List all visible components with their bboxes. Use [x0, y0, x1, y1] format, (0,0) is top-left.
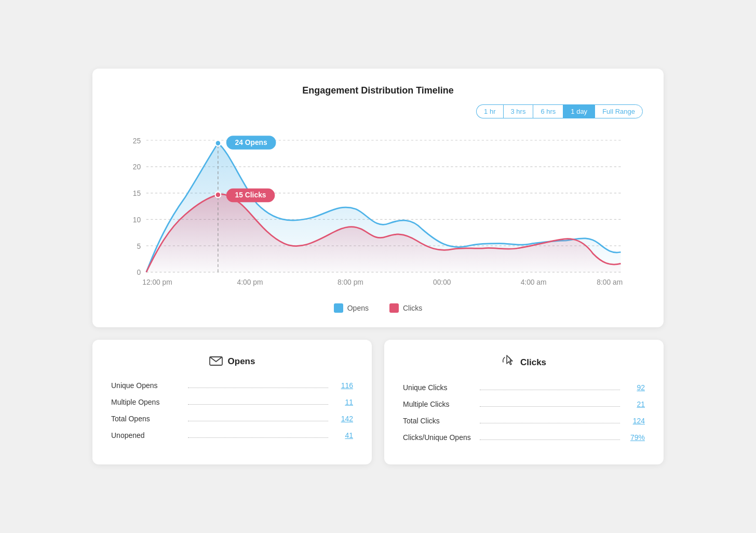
opens-stat-value-2[interactable]: 142 — [332, 415, 353, 423]
clicks-stat-dots-2 — [480, 418, 620, 423]
svg-text:8:00 pm: 8:00 pm — [338, 278, 363, 286]
clicks-stat-label-1: Multiple Clicks — [403, 400, 476, 408]
clicks-icon — [502, 354, 515, 371]
opens-stat-value-3[interactable]: 41 — [332, 431, 353, 439]
svg-text:12:00 pm: 12:00 pm — [142, 278, 172, 286]
legend-clicks: Clicks — [389, 303, 422, 313]
time-range-buttons: 1 hr 3 hrs 6 hrs 1 day Full Range — [113, 104, 643, 118]
clicks-stat-value-1[interactable]: 21 — [624, 400, 645, 408]
clicks-card-title: Clicks — [520, 357, 546, 368]
opens-card-title: Opens — [228, 356, 255, 367]
opens-card: Opens Unique Opens 116 Multiple Opens 11… — [92, 340, 372, 464]
opens-stat-value-1[interactable]: 11 — [332, 398, 353, 406]
svg-text:20: 20 — [133, 163, 141, 171]
opens-stat-row-1: Multiple Opens 11 — [111, 398, 353, 406]
clicks-stat-label-0: Unique Clicks — [403, 383, 476, 392]
time-btn-1hr[interactable]: 1 hr — [476, 104, 503, 118]
clicks-legend-label: Clicks — [403, 304, 422, 312]
clicks-stat-value-2[interactable]: 124 — [624, 417, 645, 425]
clicks-legend-icon — [389, 303, 399, 313]
bottom-row: Opens Unique Opens 116 Multiple Opens 11… — [92, 340, 664, 464]
time-btn-fullrange[interactable]: Full Range — [595, 104, 643, 118]
svg-text:00:00: 00:00 — [433, 278, 451, 286]
clicks-stat-label-2: Total Clicks — [403, 417, 476, 425]
opens-legend-label: Opens — [347, 304, 369, 312]
opens-stat-dots-3 — [188, 433, 328, 438]
main-container: Engagement Distribution Timeline 1 hr 3 … — [92, 69, 664, 464]
clicks-stat-row-1: Multiple Clicks 21 — [403, 400, 645, 408]
svg-text:4:00 am: 4:00 am — [521, 278, 547, 286]
svg-text:4:00 pm: 4:00 pm — [237, 278, 263, 286]
svg-text:24 Opens: 24 Opens — [235, 138, 267, 146]
svg-point-21 — [215, 140, 221, 146]
chart-area: 25 20 15 10 5 0 12:00 pm 4:00 pm 8:00 pm… — [113, 129, 643, 295]
svg-text:5: 5 — [137, 242, 141, 250]
opens-stat-label-1: Multiple Opens — [111, 398, 184, 406]
svg-point-24 — [215, 192, 221, 197]
time-btn-6hrs[interactable]: 6 hrs — [533, 104, 563, 118]
legend-opens: Opens — [334, 303, 369, 313]
clicks-card-header: Clicks — [403, 354, 645, 371]
svg-text:25: 25 — [133, 136, 141, 144]
clicks-stat-value-3[interactable]: 79% — [624, 433, 645, 442]
svg-text:8:00 am: 8:00 am — [597, 278, 623, 286]
clicks-card: Clicks Unique Clicks 92 Multiple Clicks … — [384, 340, 664, 464]
clicks-stat-row-3: Clicks/Unique Opens 79% — [403, 433, 645, 442]
opens-stat-value-0[interactable]: 116 — [332, 381, 353, 390]
opens-stat-label-0: Unique Opens — [111, 381, 184, 390]
clicks-stat-label-3: Clicks/Unique Opens — [403, 433, 476, 442]
opens-stat-row-3: Unopened 41 — [111, 431, 353, 439]
svg-text:15 Clicks: 15 Clicks — [235, 191, 266, 199]
chart-card: Engagement Distribution Timeline 1 hr 3 … — [92, 69, 664, 327]
chart-title: Engagement Distribution Timeline — [113, 85, 643, 96]
opens-rows: Unique Opens 116 Multiple Opens 11 Total… — [111, 381, 353, 439]
opens-card-header: Opens — [111, 354, 353, 369]
clicks-stat-row-2: Total Clicks 124 — [403, 417, 645, 425]
clicks-rows: Unique Clicks 92 Multiple Clicks 21 Tota… — [403, 383, 645, 442]
chart-legend: Opens Clicks — [113, 303, 643, 313]
time-btn-3hrs[interactable]: 3 hrs — [503, 104, 533, 118]
opens-legend-icon — [334, 303, 343, 313]
opens-stat-dots-0 — [188, 383, 328, 388]
opens-stat-dots-2 — [188, 416, 328, 421]
svg-text:10: 10 — [133, 216, 141, 224]
svg-text:15: 15 — [133, 189, 141, 197]
time-btn-1day[interactable]: 1 day — [563, 104, 595, 118]
opens-stat-row-0: Unique Opens 116 — [111, 381, 353, 390]
clicks-stat-dots-3 — [480, 435, 620, 440]
opens-stat-label-2: Total Opens — [111, 415, 184, 423]
clicks-stat-value-0[interactable]: 92 — [624, 383, 645, 392]
opens-stat-dots-1 — [188, 399, 328, 405]
opens-stat-row-2: Total Opens 142 — [111, 415, 353, 423]
clicks-stat-row-0: Unique Clicks 92 — [403, 383, 645, 392]
clicks-stat-dots-1 — [480, 402, 620, 407]
opens-stat-label-3: Unopened — [111, 431, 184, 439]
clicks-stat-dots-0 — [480, 385, 620, 390]
opens-icon — [209, 354, 223, 369]
chart-svg: 25 20 15 10 5 0 12:00 pm 4:00 pm 8:00 pm… — [113, 129, 643, 295]
svg-text:0: 0 — [137, 268, 141, 276]
